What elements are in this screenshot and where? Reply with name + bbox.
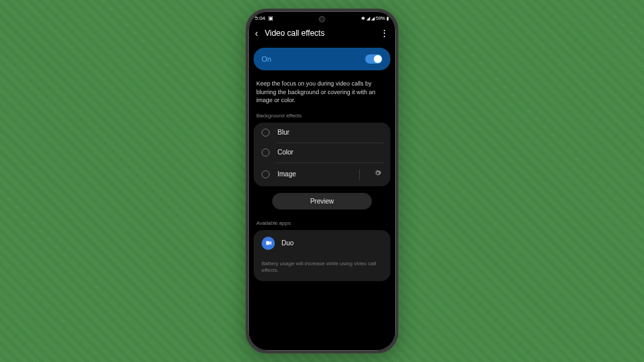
option-blur[interactable]: Blur (254, 123, 390, 143)
battery-footnote: Battery usage will increase while using … (254, 257, 390, 281)
battery-percent: 59% (376, 16, 385, 21)
master-toggle-card[interactable]: On (254, 48, 390, 70)
battery-icon: ▮ (386, 16, 389, 21)
page-title: Video call effects (265, 29, 373, 38)
toggle-switch[interactable] (365, 54, 382, 64)
phone-frame: 5:04 ▣ ✱ ◢ ◢ 59% ▮ ‹ Video call effects … (246, 9, 398, 353)
app-name: Duo (282, 239, 293, 247)
option-label: Color (278, 149, 382, 156)
preview-button[interactable]: Preview (272, 193, 372, 210)
radio-icon (262, 129, 270, 137)
option-label: Blur (278, 129, 382, 136)
description-text: Keep the focus on you during video calls… (248, 73, 396, 110)
more-icon[interactable]: ⋮ (380, 28, 389, 38)
gear-icon[interactable] (373, 168, 382, 180)
radio-icon (262, 149, 270, 156)
back-icon[interactable]: ‹ (255, 28, 258, 38)
screenshot-icon: ▣ (268, 15, 274, 21)
duo-icon (262, 237, 275, 250)
option-label: Image (278, 170, 351, 178)
apps-section-label: Available apps (248, 217, 396, 229)
clock: 5:04 (255, 15, 266, 21)
app-header: ‹ Video call effects ⋮ (248, 23, 396, 45)
camera-notch (319, 16, 325, 23)
radio-icon (262, 170, 270, 178)
status-icons: ✱ ◢ ◢ (361, 16, 374, 21)
apps-panel: Duo Battery usage will increase while us… (254, 230, 390, 281)
background-options-panel: Blur Color Image (254, 123, 390, 186)
background-section-label: Background effects (248, 110, 396, 121)
divider (359, 169, 360, 180)
option-image[interactable]: Image (254, 162, 390, 186)
app-duo[interactable]: Duo (254, 230, 390, 257)
option-color[interactable]: Color (254, 143, 390, 162)
toggle-label: On (262, 55, 272, 63)
